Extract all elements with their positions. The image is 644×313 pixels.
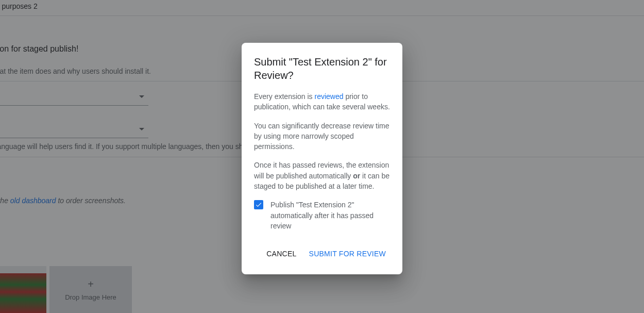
auto-publish-checkbox-row: Publish "Test Extension 2" automatically… <box>254 200 390 231</box>
auto-publish-checkbox[interactable] <box>254 200 263 209</box>
modal-actions: CANCEL SUBMIT FOR REVIEW <box>254 245 390 262</box>
cancel-button[interactable]: CANCEL <box>262 245 300 262</box>
submit-for-review-button[interactable]: SUBMIT FOR REVIEW <box>305 245 390 262</box>
auto-publish-checkbox-label: Publish "Test Extension 2" automatically… <box>270 200 390 231</box>
modal-overlay: Submit "Test Extension 2" for Review? Ev… <box>0 0 644 313</box>
submit-review-modal: Submit "Test Extension 2" for Review? Ev… <box>242 43 402 274</box>
para1-prefix: Every extension is <box>254 92 315 101</box>
para3-bold: or <box>353 172 360 180</box>
modal-title: Submit "Test Extension 2" for Review? <box>254 55 390 82</box>
reviewed-link[interactable]: reviewed <box>315 92 344 101</box>
modal-paragraph-2: You can significantly decrease review ti… <box>254 121 390 152</box>
modal-paragraph-1: Every extension is reviewed prior to pub… <box>254 91 390 112</box>
checkmark-icon <box>255 201 262 208</box>
modal-paragraph-3: Once it has passed reviews, the extensio… <box>254 160 390 191</box>
